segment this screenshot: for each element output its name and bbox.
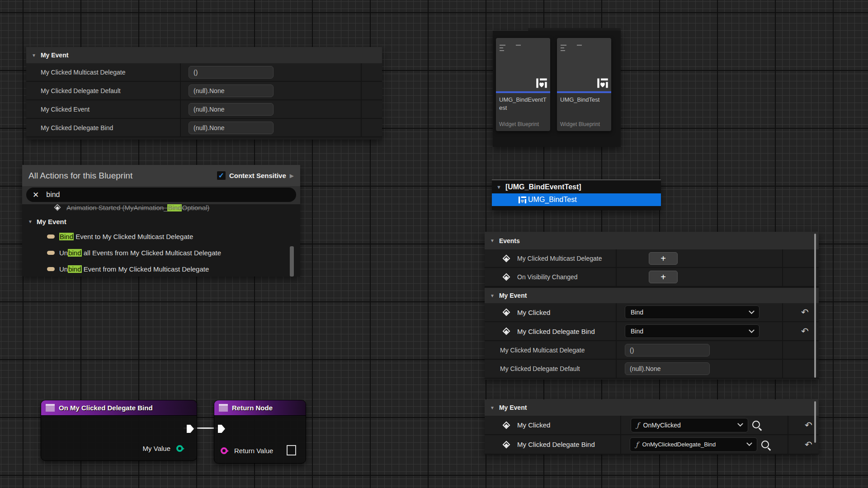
- column-divider[interactable]: [620, 435, 621, 454]
- property-row: My Clicked Event (null).None: [26, 100, 382, 119]
- column-divider[interactable]: [361, 82, 362, 99]
- property-row: My Clicked Delegate Bind (null).None: [26, 119, 382, 137]
- delegate-pill-icon: [47, 267, 55, 271]
- function-dropdown[interactable]: ƒ OnMyClickedDelegate_Bind: [630, 437, 757, 452]
- column-divider[interactable]: [788, 416, 788, 434]
- dropdown-value: Bind: [631, 309, 643, 316]
- column-divider[interactable]: [788, 435, 788, 454]
- category-title: My Event: [41, 52, 68, 59]
- browse-to-function-icon[interactable]: [761, 441, 769, 448]
- category-title: My Event: [37, 218, 66, 225]
- details-panel-top-left: ▼ My Event My Clicked Multicast Delegate…: [26, 47, 382, 140]
- column-divider[interactable]: [180, 119, 181, 136]
- column-divider[interactable]: [361, 119, 362, 136]
- delegate-pill-icon: [47, 235, 55, 239]
- bind-row: My Clicked Bind ↶: [485, 303, 819, 322]
- function-dropdown[interactable]: ƒ OnMyClicked: [631, 418, 748, 432]
- value-in-pin[interactable]: [221, 447, 227, 454]
- property-row: My Clicked Delegate Default (null).None: [26, 82, 382, 100]
- column-divider[interactable]: [782, 322, 783, 340]
- event-label: My Clicked: [517, 421, 550, 429]
- chevron-down-icon: [749, 308, 755, 314]
- column-divider[interactable]: [616, 249, 617, 267]
- category-header-my-event[interactable]: ▼ My Event: [26, 47, 382, 63]
- my-event-category-header[interactable]: ▼ My Event: [485, 287, 819, 303]
- action-item-disabled[interactable]: Animation Started (MyAnimation_BindOptio…: [22, 204, 300, 215]
- asset-tile[interactable]: UMG_BindTest Widget Blueprint: [557, 38, 611, 131]
- column-divider[interactable]: [782, 360, 783, 378]
- asset-type: Widget Blueprint: [499, 121, 539, 127]
- column-divider[interactable]: [620, 416, 621, 434]
- context-sensitive-checkbox[interactable]: ✓: [217, 171, 226, 180]
- property-value-field[interactable]: (null).None: [625, 362, 710, 375]
- asset-type: Widget Blueprint: [560, 121, 600, 127]
- asset-tile[interactable]: UMG_BindEventTest Widget Blueprint: [496, 38, 550, 131]
- column-divider[interactable]: [361, 100, 362, 118]
- column-divider[interactable]: [616, 341, 617, 359]
- bind-dropdown[interactable]: Bind: [625, 305, 760, 319]
- dropdown-value: OnMyClicked: [643, 422, 681, 429]
- bind-dropdown[interactable]: Bind: [625, 324, 760, 338]
- add-event-button[interactable]: +: [649, 252, 678, 265]
- hierarchy-panel: ▼ [UMG_BindEventTest] UMG_BindTest: [492, 179, 661, 210]
- property-value-field[interactable]: (null).None: [189, 122, 274, 134]
- action-item[interactable]: Bind Event to My Clicked Multicast Deleg…: [22, 228, 300, 244]
- column-divider[interactable]: [782, 268, 783, 286]
- node-on-my-clicked-delegate-bind[interactable]: On My Clicked Delegate Bind My Value: [41, 400, 197, 461]
- reset-to-default-icon[interactable]: ↶: [805, 421, 812, 430]
- add-event-button[interactable]: +: [649, 271, 678, 283]
- event-dispatcher-icon: [503, 441, 510, 448]
- node-header[interactable]: On My Clicked Delegate Bind: [41, 400, 197, 416]
- column-divider[interactable]: [361, 63, 362, 81]
- clear-search-icon[interactable]: ✕: [33, 190, 39, 200]
- all-actions-menu: All Actions for this Blueprint ✓ Context…: [22, 165, 300, 277]
- column-divider[interactable]: [782, 303, 783, 321]
- action-item[interactable]: Unbind all Events from My Clicked Multic…: [22, 244, 300, 261]
- details-scrollbar[interactable]: [814, 234, 816, 378]
- dropdown-value: OnMyClickedDelegate_Bind: [642, 441, 716, 448]
- column-divider[interactable]: [180, 82, 181, 99]
- exec-out-pin[interactable]: [187, 425, 194, 433]
- hierarchy-selected-row[interactable]: UMG_BindTest: [492, 193, 661, 206]
- events-category-header[interactable]: ▼ Events: [485, 232, 819, 249]
- action-item-label: Unbind all Events from My Clicked Multic…: [59, 249, 221, 257]
- property-value-field[interactable]: (): [189, 66, 274, 79]
- collapse-triangle-icon: ▼: [28, 219, 33, 224]
- my-event-category-header[interactable]: ▼ My Event: [485, 399, 819, 416]
- event-icon: [54, 204, 61, 211]
- column-divider[interactable]: [782, 341, 783, 359]
- details-scrollbar[interactable]: [814, 401, 816, 443]
- asset-label-area: UMG_BindEventTest Widget Blueprint: [496, 93, 550, 131]
- column-divider[interactable]: [616, 322, 617, 340]
- property-value-field[interactable]: (null).None: [189, 84, 274, 97]
- exec-in-pin[interactable]: [218, 425, 225, 433]
- pin-label: My Value: [143, 445, 170, 452]
- expander-arrow-icon[interactable]: ▶: [290, 173, 294, 179]
- reset-to-default-icon[interactable]: ↶: [801, 327, 809, 336]
- action-item[interactable]: Unbind Event from My Clicked Multicast D…: [22, 261, 300, 277]
- column-divider[interactable]: [616, 303, 617, 321]
- collapse-triangle-icon: ▼: [496, 184, 501, 190]
- property-value-field[interactable]: (): [625, 344, 710, 357]
- collapse-triangle-icon: ▼: [490, 405, 495, 410]
- column-divider[interactable]: [180, 100, 181, 118]
- column-divider[interactable]: [616, 268, 617, 286]
- event-label: My Clicked Delegate Bind: [517, 328, 595, 335]
- node-return-node[interactable]: Return Node Return Value: [214, 400, 306, 464]
- reset-to-default-icon[interactable]: ↶: [805, 440, 812, 449]
- actions-category-my-event[interactable]: ▼ My Event: [22, 215, 300, 228]
- column-divider[interactable]: [782, 249, 783, 267]
- return-value-checkbox[interactable]: [287, 445, 296, 455]
- column-divider[interactable]: [616, 360, 617, 378]
- property-value-field[interactable]: (null).None: [189, 103, 274, 116]
- column-divider[interactable]: [180, 63, 181, 81]
- hierarchy-root-row[interactable]: ▼ [UMG_BindEventTest]: [492, 180, 661, 193]
- value-out-pin[interactable]: [176, 445, 183, 452]
- event-dispatcher-icon: [503, 328, 510, 335]
- node-header[interactable]: Return Node: [214, 400, 306, 416]
- search-input[interactable]: ✕ bind: [26, 188, 296, 202]
- actions-scrollbar[interactable]: [290, 246, 294, 277]
- reset-to-default-icon[interactable]: ↶: [801, 308, 809, 317]
- dropdown-value: Bind: [631, 328, 643, 335]
- browse-to-function-icon[interactable]: [752, 421, 760, 428]
